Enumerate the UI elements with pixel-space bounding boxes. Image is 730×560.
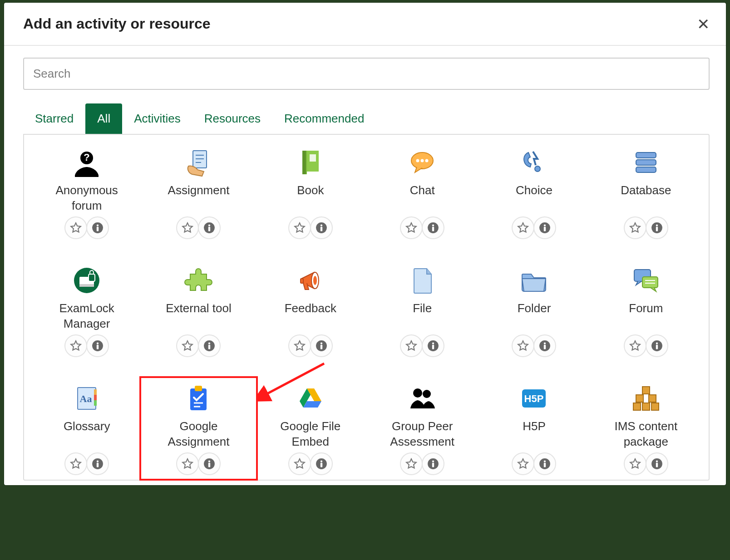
tab-all[interactable]: All [85,103,122,134]
star-button[interactable] [176,452,199,475]
star-button[interactable] [400,334,423,357]
star-button[interactable] [400,452,423,475]
star-button[interactable] [624,216,646,239]
activity-forum[interactable]: Forum [592,264,700,357]
info-button[interactable] [310,334,333,357]
activity-label: Feedback [285,301,336,333]
activity-label: Chat [410,183,435,215]
activity-actions [177,452,220,475]
info-button[interactable] [646,452,668,475]
examlock-icon [70,264,104,297]
star-button[interactable] [288,216,311,239]
info-button[interactable] [310,452,333,475]
info-icon [427,222,439,234]
activity-label: Book [297,183,324,215]
activity-chat[interactable]: Chat [369,146,476,239]
info-button[interactable] [533,452,556,475]
star-button[interactable] [64,452,87,475]
modal-header: Add an activity or resource ✕ [4,3,726,46]
star-button[interactable] [288,452,311,475]
activity-actions [512,216,556,239]
tab-starred[interactable]: Starred [23,103,85,134]
star-icon [182,458,193,470]
activity-google-assignment[interactable]: Google Assignment [145,382,252,475]
activity-actions [512,452,556,475]
star-button[interactable] [400,216,423,239]
activity-ims-content-package[interactable]: IMS content package [592,382,700,475]
info-icon [539,222,551,234]
star-button[interactable] [288,334,311,357]
activity-folder[interactable]: Folder [480,264,587,357]
info-button[interactable] [86,216,109,239]
tab-recommended[interactable]: Recommended [272,103,376,134]
activity-feedback[interactable]: Feedback [257,264,364,357]
activity-google-file-embed[interactable]: Google File Embed [257,382,364,475]
activity-examlock-manager[interactable]: ExamLock Manager [33,264,140,357]
activity-book[interactable]: Book [257,146,364,239]
glossary-icon [70,382,104,415]
star-icon [70,458,82,470]
info-button[interactable] [86,334,109,357]
info-icon [316,340,327,352]
star-button[interactable] [64,216,87,239]
tab-activities[interactable]: Activities [122,103,192,134]
activity-label: Assignment [168,183,230,215]
info-button[interactable] [646,334,668,357]
info-button[interactable] [86,452,109,475]
h5p-icon [517,382,551,415]
star-button[interactable] [624,334,646,357]
info-icon [92,340,104,352]
close-button[interactable]: ✕ [697,16,710,32]
info-icon [92,222,104,234]
activity-actions [400,452,444,475]
activity-anonymous-forum[interactable]: Anonymous forum [33,146,140,239]
info-button[interactable] [422,216,444,239]
info-button[interactable] [198,216,221,239]
info-button[interactable] [310,216,333,239]
info-icon [316,458,327,470]
activity-database[interactable]: Database [592,146,700,239]
star-button[interactable] [176,334,199,357]
activity-glossary[interactable]: Glossary [33,382,140,475]
star-button[interactable] [624,452,646,475]
star-icon [629,222,641,234]
activity-h5p[interactable]: H5P [480,382,587,475]
info-button[interactable] [646,216,668,239]
info-button[interactable] [422,334,444,357]
folder-icon [517,264,551,297]
star-icon [70,222,82,234]
activity-actions [624,452,668,475]
star-icon [182,340,193,352]
activity-external-tool[interactable]: External tool [145,264,252,357]
activity-assignment[interactable]: Assignment [145,146,252,239]
star-button[interactable] [512,452,534,475]
info-button[interactable] [198,334,221,357]
info-button[interactable] [198,452,221,475]
info-icon [92,458,104,470]
star-icon [405,340,417,352]
star-icon [70,340,82,352]
info-icon [651,340,663,352]
activity-group-peer-assessment[interactable]: Group Peer Assessment [369,382,476,475]
tabs: StarredAllActivitiesResourcesRecommended [23,103,710,134]
activity-file[interactable]: File [369,264,476,357]
activity-choice[interactable]: Choice [480,146,587,239]
star-button[interactable] [64,334,87,357]
star-button[interactable] [512,216,534,239]
star-icon [517,222,529,234]
search-input[interactable] [23,58,710,90]
info-button[interactable] [422,452,444,475]
activity-label: Google Assignment [168,419,230,451]
star-button[interactable] [176,216,199,239]
chat-icon [405,146,439,179]
activity-actions [512,334,556,357]
star-button[interactable] [512,334,534,357]
tab-resources[interactable]: Resources [192,103,272,134]
activity-label: ExamLock Manager [59,301,114,333]
info-button[interactable] [533,216,556,239]
activity-actions [65,216,109,239]
info-icon [651,222,663,234]
activity-actions [289,334,332,357]
info-button[interactable] [533,334,556,357]
assignment-icon [182,146,215,179]
